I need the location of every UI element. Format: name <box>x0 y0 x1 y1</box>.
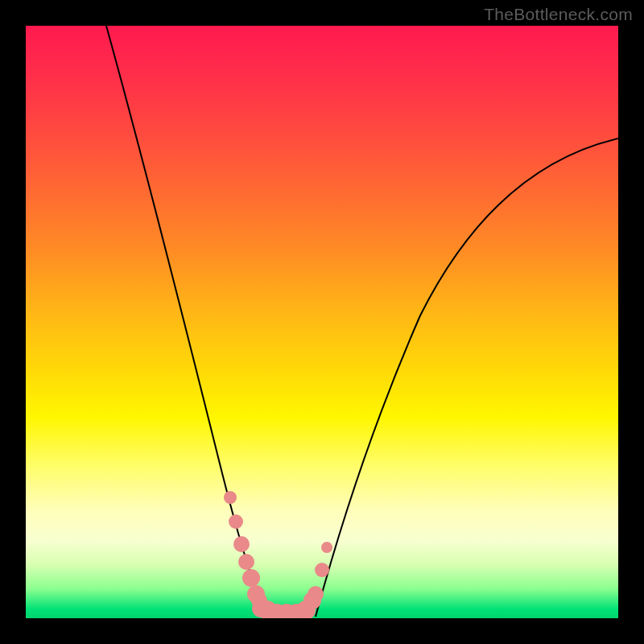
svg-point-16 <box>321 542 332 553</box>
chart-svg <box>26 26 618 618</box>
watermark-text: TheBottleneck.com <box>484 5 633 24</box>
chart-frame <box>26 26 618 618</box>
dot-cluster-right <box>308 542 332 602</box>
svg-point-2 <box>233 536 250 552</box>
svg-point-15 <box>315 563 329 577</box>
right-curve <box>316 138 618 617</box>
svg-point-14 <box>308 586 324 602</box>
left-curve <box>106 26 267 617</box>
svg-point-4 <box>242 569 260 587</box>
svg-point-0 <box>224 491 237 504</box>
svg-point-3 <box>238 554 254 570</box>
svg-point-1 <box>229 514 243 529</box>
